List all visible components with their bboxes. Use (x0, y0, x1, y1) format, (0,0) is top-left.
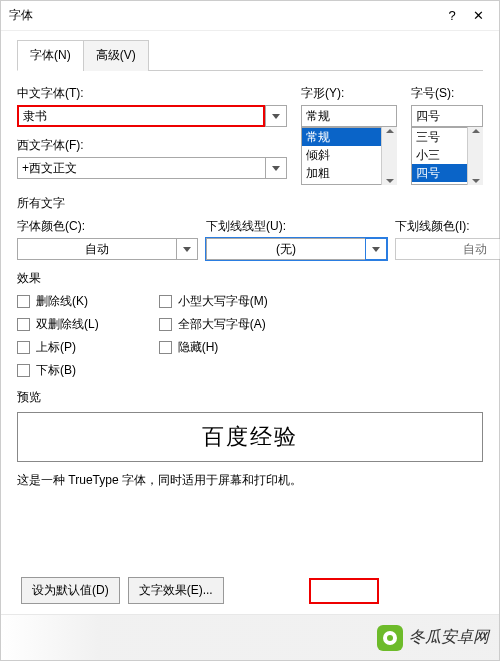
checkbox-label: 小型大写字母(M) (178, 293, 268, 310)
scrollbar[interactable] (381, 127, 397, 185)
checkbox-box-icon (17, 295, 30, 308)
size-option[interactable]: 小三 (412, 146, 467, 164)
font-color-label: 字体颜色(C): (17, 218, 198, 235)
checkbox-box-icon (17, 318, 30, 331)
text-effects-button[interactable]: 文字效果(E)... (128, 577, 224, 604)
size-option[interactable]: 三号 (412, 128, 467, 146)
button-bar: 设为默认值(D) 文字效果(E)... (21, 577, 479, 604)
underline-color-value (395, 238, 500, 260)
tab-font[interactable]: 字体(N) (17, 40, 84, 71)
chevron-down-icon[interactable] (265, 105, 287, 127)
underline-color-combo[interactable] (395, 238, 500, 260)
checkbox-label: 下标(B) (36, 362, 76, 379)
checkbox-label: 全部大写字母(A) (178, 316, 266, 333)
checkbox-hidden[interactable]: 隐藏(H) (159, 339, 268, 356)
checkbox-box-icon (159, 318, 172, 331)
watermark-logo-icon (377, 625, 403, 651)
effects-group: 删除线(K)双删除线(L)上标(P)下标(B) 小型大写字母(M)全部大写字母(… (17, 293, 483, 379)
chevron-down-icon[interactable] (365, 238, 387, 260)
underline-style-combo[interactable] (206, 238, 387, 260)
checkbox-superscript[interactable]: 上标(P) (17, 339, 99, 356)
ok-button-highlight[interactable] (309, 578, 379, 604)
effects-label: 效果 (17, 270, 483, 287)
tab-strip: 字体(N) 高级(V) (17, 39, 483, 71)
style-listbox[interactable]: 常规倾斜加粗 (301, 127, 381, 185)
style-option[interactable]: 倾斜 (302, 146, 381, 164)
font-description: 这是一种 TrueType 字体，同时适用于屏幕和打印机。 (17, 472, 483, 489)
checkbox-label: 隐藏(H) (178, 339, 219, 356)
checkbox-label: 删除线(K) (36, 293, 88, 310)
style-input[interactable] (301, 105, 397, 127)
style-option[interactable]: 加粗 (302, 164, 381, 182)
west-font-combo[interactable] (17, 157, 287, 179)
checkbox-box-icon (159, 341, 172, 354)
checkbox-dbl-strike[interactable]: 双删除线(L) (17, 316, 99, 333)
west-font-label: 西文字体(F): (17, 137, 287, 154)
underline-style-label: 下划线线型(U): (206, 218, 387, 235)
close-button[interactable]: ✕ (465, 8, 491, 23)
scrollbar[interactable] (467, 127, 483, 185)
checkbox-smallcaps[interactable]: 小型大写字母(M) (159, 293, 268, 310)
style-option[interactable]: 常规 (302, 128, 381, 146)
chevron-down-icon[interactable] (176, 238, 198, 260)
help-button[interactable]: ? (439, 8, 465, 23)
chevron-down-icon[interactable] (265, 157, 287, 179)
set-default-button[interactable]: 设为默认值(D) (21, 577, 120, 604)
west-font-input[interactable] (17, 157, 265, 179)
font-color-value (17, 238, 176, 260)
cn-font-combo[interactable] (17, 105, 287, 127)
underline-style-value (206, 238, 365, 260)
preview-box: 百度经验 (17, 412, 483, 462)
style-label: 字形(Y): (301, 85, 397, 102)
dialog-body: 字体(N) 高级(V) 中文字体(T): 西文字体(F): 字形(Y): (1, 31, 499, 509)
size-label: 字号(S): (411, 85, 483, 102)
cn-font-input[interactable] (17, 105, 265, 127)
checkbox-allcaps[interactable]: 全部大写字母(A) (159, 316, 268, 333)
checkbox-subscript[interactable]: 下标(B) (17, 362, 99, 379)
checkbox-strike[interactable]: 删除线(K) (17, 293, 99, 310)
watermark-text: 冬瓜安卓网 (409, 627, 489, 648)
checkbox-box-icon (159, 295, 172, 308)
titlebar: 字体 ? ✕ (1, 1, 499, 31)
preview-label: 预览 (17, 389, 483, 406)
checkbox-label: 双删除线(L) (36, 316, 99, 333)
checkbox-box-icon (17, 364, 30, 377)
watermark: 冬瓜安卓网 (1, 614, 499, 660)
font-color-combo[interactable] (17, 238, 198, 260)
underline-color-label: 下划线颜色(I): (395, 218, 500, 235)
size-option[interactable]: 四号 (412, 164, 467, 182)
size-listbox[interactable]: 三号小三四号 (411, 127, 467, 185)
all-text-label: 所有文字 (17, 195, 483, 212)
size-input[interactable] (411, 105, 483, 127)
tab-advanced[interactable]: 高级(V) (83, 40, 149, 71)
font-dialog: 字体 ? ✕ 字体(N) 高级(V) 中文字体(T): 西文字体(F): (0, 0, 500, 661)
window-title: 字体 (9, 7, 439, 24)
cn-font-label: 中文字体(T): (17, 85, 287, 102)
checkbox-box-icon (17, 341, 30, 354)
checkbox-label: 上标(P) (36, 339, 76, 356)
